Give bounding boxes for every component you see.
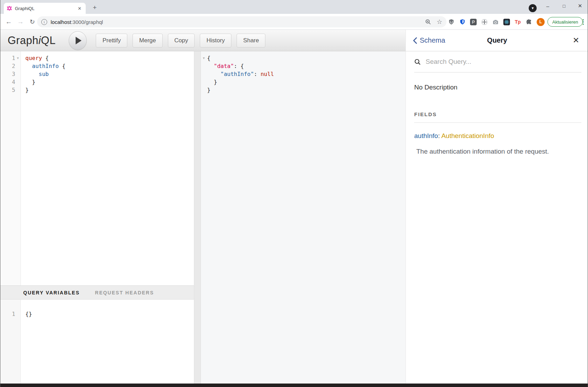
back-button[interactable]: ← [4, 17, 14, 26]
forward-button: → [16, 17, 25, 26]
result-viewer: ▾ { "data": { "authInfo": null }} [201, 51, 406, 384]
variables-editor-gutter: 1 [0, 300, 21, 384]
doc-explorer-header: Schema Query ✕ [406, 30, 588, 51]
browser-tab[interactable]: GraphiQL ✕ [4, 3, 86, 14]
field-row: authInfo: AuthenticationInfo [414, 132, 581, 140]
bitwarden-icon[interactable] [459, 19, 466, 25]
zoom-icon[interactable] [425, 19, 431, 25]
query-editor-code[interactable]: query { authInfo { sub }} [21, 51, 194, 285]
window-minimize-button[interactable]: – [542, 1, 554, 11]
react-devtools-icon[interactable] [503, 19, 510, 25]
picker-crosshair-icon[interactable] [481, 19, 488, 25]
prettify-button[interactable]: Prettify [96, 34, 127, 48]
graphql-favicon-icon [7, 6, 12, 11]
result-viewer-code: { "data": { "authInfo": null }} [206, 51, 406, 384]
camera-icon[interactable] [492, 19, 499, 25]
history-button[interactable]: History [200, 34, 231, 48]
bookmark-star-icon[interactable]: ☆ [437, 18, 442, 26]
tab-strip: GraphiQL ✕ + ▼ – □ ✕ [0, 0, 588, 14]
share-button[interactable]: Share [237, 34, 265, 48]
query-editor-gutter: 1▾2345 [0, 51, 21, 285]
tab-title: GraphiQL [15, 6, 76, 11]
window-maximize-button[interactable]: □ [558, 1, 570, 11]
profile-avatar[interactable]: L [537, 18, 545, 26]
tab-query-variables[interactable]: QUERY VARIABLES [23, 290, 80, 295]
browser-menu-button[interactable]: ⋮ [579, 17, 587, 26]
doc-search-input[interactable] [425, 58, 558, 66]
browser-update-button[interactable]: Aktualisieren [547, 17, 583, 27]
fields-heading: FIELDS [414, 111, 581, 123]
search-icon [414, 59, 421, 65]
tab-close-icon[interactable]: ✕ [76, 6, 83, 11]
execute-query-button[interactable] [69, 31, 87, 50]
ublock-icon[interactable] [448, 19, 454, 25]
field-name-link[interactable]: authInfo [414, 132, 438, 139]
field-type-link[interactable]: AuthenticationInfo [441, 132, 494, 139]
doc-explorer-panel: No Description FIELDS authInfo: Authenti… [406, 51, 588, 384]
browser-toolbar: ← → ↻ i localhost:3000/graphql ☆ P [0, 14, 588, 30]
new-tab-button[interactable]: + [90, 3, 100, 12]
address-bar[interactable]: i localhost:3000/graphql ☆ [37, 16, 446, 27]
copy-button[interactable]: Copy [168, 34, 195, 48]
doc-close-button[interactable]: ✕ [573, 36, 579, 45]
query-editor[interactable]: 1▾2345 query { authInfo { sub }} [0, 51, 194, 285]
result-viewer-gutter: ▾ [201, 51, 206, 384]
variables-editor[interactable]: 1 {} [0, 300, 194, 384]
doc-search-row [414, 51, 581, 72]
p-extension-icon[interactable]: P [470, 19, 477, 25]
graphiql-logo: GraphiQL [8, 34, 56, 47]
pane-resize-divider[interactable] [194, 51, 201, 384]
tampermonkey-icon[interactable]: Tp [514, 19, 521, 25]
tab-request-headers[interactable]: REQUEST HEADERS [95, 290, 154, 295]
tab-search-button[interactable]: ▼ [529, 4, 537, 12]
graphiql-topbar: GraphiQL Prettify Merge Copy History Sha… [0, 30, 406, 51]
extensions-puzzle-icon[interactable] [526, 19, 532, 25]
merge-button[interactable]: Merge [133, 34, 162, 48]
doc-title: Query [406, 36, 588, 44]
window-close-button[interactable]: ✕ [574, 1, 586, 11]
variables-editor-code[interactable]: {} [21, 300, 194, 384]
doc-no-description: No Description [414, 84, 580, 91]
play-icon [76, 37, 82, 44]
site-info-icon[interactable]: i [41, 19, 47, 25]
variables-tab-bar: QUERY VARIABLES REQUEST HEADERS [0, 285, 194, 300]
reload-button[interactable]: ↻ [27, 17, 37, 26]
extensions-row: P Tp L [448, 17, 545, 27]
url-text: localhost:3000/graphql [51, 19, 103, 25]
field-description: The authentication information of the re… [416, 148, 581, 155]
taskbar-edge [0, 384, 588, 387]
